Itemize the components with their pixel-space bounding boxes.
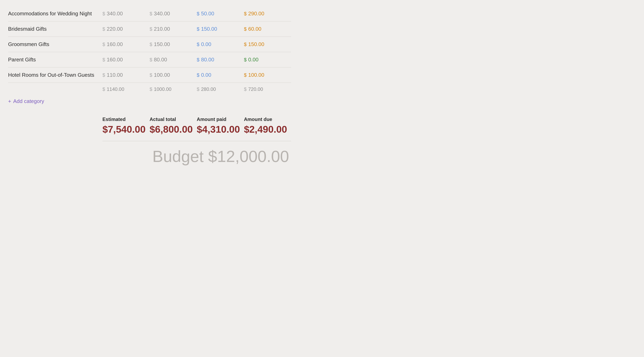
paid-amount: $ 50.00 [197,10,244,17]
dollar-icon: $ [244,57,246,63]
actual-amount: $ 100.00 [150,72,197,78]
dollar-icon: $ [102,26,105,32]
due-amount: $ 290.00 [244,10,291,17]
dollar-icon: $ [150,57,152,63]
paid-amount: $ 80.00 [197,56,244,63]
add-category-button[interactable]: + Add category [8,94,291,110]
dollar-icon: $ [244,72,246,78]
paid-amount: $ 0.00 [197,72,244,78]
dollar-icon: $ [197,26,199,32]
due-amount: $ 60.00 [244,26,291,32]
dollar-icon: $ [150,42,152,47]
total-paid: $ 280.00 [197,86,244,92]
dollar-icon: $ [244,26,246,32]
dollar-icon: $ [102,57,105,63]
total-due: $ 720.00 [244,86,291,92]
budget-total-value: Budget $12,000.00 [121,147,291,166]
dollar-icon: $ [197,11,199,16]
actual-amount: $ 340.00 [150,10,197,17]
dollar-icon: $ [150,11,152,16]
total-actual: $ 1000.00 [150,86,197,92]
dollar-icon: $ [102,72,105,78]
estimated-amount: $ 160.00 [102,56,150,63]
category-name: Groomsmen Gifts [8,41,102,47]
estimated-amount: $ 160.00 [102,41,150,47]
dollar-icon: $ [197,42,199,47]
summary-estimated: Estimated $7,540.00 [102,116,150,135]
budget-table: Accommodations for Wedding Night $ 340.0… [8,6,291,170]
dollar-icon: $ [102,42,105,47]
dollar-icon: $ [102,11,105,16]
table-row: Parent Gifts $ 160.00 $ 80.00 $ 80.00 $ … [8,52,291,67]
summary-paid: Amount paid $4,310.00 [197,116,244,135]
dollar-icon: $ [150,72,152,78]
estimated-amount: $ 110.00 [102,72,150,78]
dollar-icon: $ [244,11,246,16]
actual-amount: $ 80.00 [150,56,197,63]
dollar-icon: $ [197,57,199,63]
actual-amount: $ 210.00 [150,26,197,32]
divider-container [8,139,291,143]
paid-amount: $ 150.00 [197,26,244,32]
dollar-icon: $ [150,26,152,32]
summary-divider [102,141,291,141]
summary-section: Estimated $7,540.00 Actual total $6,800.… [8,110,291,139]
table-row: Groomsmen Gifts $ 160.00 $ 150.00 $ 0.00… [8,37,291,52]
actual-amount: $ 150.00 [150,41,197,47]
category-name: Parent Gifts [8,56,102,63]
category-name: Hotel Rooms for Out-of-Town Guests [8,72,102,78]
dollar-icon: $ [244,42,246,47]
table-row: Accommodations for Wedding Night $ 340.0… [8,6,291,21]
budget-total-row: Budget $12,000.00 [8,143,291,170]
plus-icon: + [8,98,11,104]
summary-due: Amount due $2,490.00 [244,116,291,135]
due-amount: $ 0.00 [244,56,291,63]
summary-actual: Actual total $6,800.00 [150,116,197,135]
category-name: Bridesmaid Gifts [8,26,102,32]
total-estimated: $ 1140.00 [102,86,150,92]
due-amount: $ 100.00 [244,72,291,78]
dollar-icon: $ [197,72,199,78]
table-row: Hotel Rooms for Out-of-Town Guests $ 110… [8,67,291,83]
due-amount: $ 150.00 [244,41,291,47]
totals-row: $ 1140.00 $ 1000.00 $ 280.00 $ 720.00 [8,83,291,94]
paid-amount: $ 0.00 [197,41,244,47]
estimated-amount: $ 220.00 [102,26,150,32]
table-row: Bridesmaid Gifts $ 220.00 $ 210.00 $ 150… [8,21,291,37]
estimated-amount: $ 340.00 [102,10,150,17]
category-name: Accommodations for Wedding Night [8,10,102,17]
